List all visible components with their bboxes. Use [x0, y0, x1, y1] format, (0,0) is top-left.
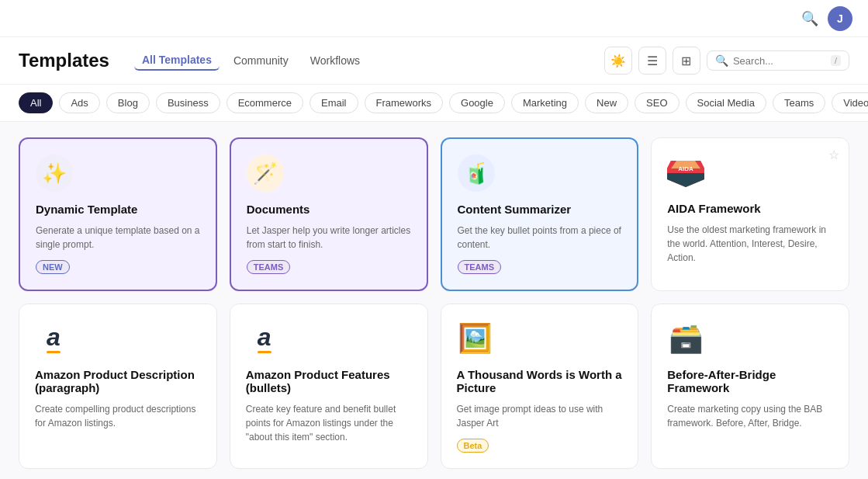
filter-business[interactable]: Business	[156, 92, 220, 113]
tab-community[interactable]: Community	[226, 50, 296, 71]
card-icon-aida: AIDA	[667, 154, 704, 191]
card-icon-amazon-features: a	[246, 320, 283, 357]
card-title-amazon-features: Amazon Product Features (bullets)	[246, 368, 412, 394]
card-aida-framework[interactable]: ☆ AIDA AIDA Framework Use the oldest mar…	[651, 137, 849, 291]
badge-new: NEW	[36, 260, 70, 274]
badge-beta: Beta	[457, 439, 489, 453]
badge-teams-docs: TEAMS	[247, 260, 291, 274]
card-amazon-product-desc[interactable]: a Amazon Product Description (paragraph)…	[19, 304, 217, 469]
filter-video[interactable]: Video	[832, 92, 868, 113]
filter-seo[interactable]: SEO	[635, 92, 679, 113]
card-desc-before-after: Create marketing copy using the BAB fram…	[667, 402, 833, 453]
card-title-content-summarizer: Content Summarizer	[458, 203, 622, 216]
filter-email[interactable]: Email	[310, 92, 358, 113]
card-desc-aida: Use the oldest marketing framework in th…	[667, 223, 833, 275]
card-desc-dynamic-template: Generate a unique template based on a si…	[36, 224, 200, 252]
svg-text:AIDA: AIDA	[678, 165, 693, 172]
card-amazon-product-features[interactable]: a Amazon Product Features (bullets) Crea…	[230, 304, 428, 469]
content-grid: ✨ Dynamic Template Generate a unique tem…	[0, 122, 868, 479]
card-desc-content-summarizer: Get the key bullet points from a piece o…	[458, 224, 622, 252]
card-before-after-bridge[interactable]: 🗃️ Before-After-Bridge Framework Create …	[651, 304, 849, 469]
filter-all[interactable]: All	[19, 92, 53, 113]
filter-marketing[interactable]: Marketing	[511, 92, 579, 113]
grid-view-button[interactable]: ⊞	[673, 47, 700, 75]
card-title-dynamic-template: Dynamic Template	[36, 203, 200, 216]
search-icon: 🔍	[715, 54, 728, 67]
filter-social-media[interactable]: Social Media	[686, 92, 766, 113]
top-bar: 🔍 J	[0, 0, 868, 37]
header-right: ☀️ ☰ ⊞ 🔍 /	[604, 47, 849, 75]
avatar[interactable]: J	[828, 6, 852, 31]
filter-frameworks[interactable]: Frameworks	[365, 92, 444, 113]
card-title-aida: AIDA Framework	[667, 202, 833, 215]
card-desc-documents: Let Jasper help you write longer article…	[247, 224, 411, 252]
card-title-documents: Documents	[247, 203, 411, 216]
card-title-thousand-words: A Thousand Words is Worth a Picture	[457, 368, 623, 394]
search-input[interactable]	[733, 55, 826, 67]
filter-new[interactable]: New	[585, 92, 628, 113]
search-shortcut: /	[831, 55, 841, 66]
card-content-summarizer[interactable]: 🧃 Content Summarizer Get the key bullet …	[441, 137, 639, 291]
header-left: Templates All Templates Community Workfl…	[19, 50, 368, 71]
page-title: Templates	[19, 50, 109, 71]
tab-workflows[interactable]: Workflows	[303, 50, 368, 71]
card-desc-thousand-words: Get image prompt ideas to use with Jaspe…	[457, 402, 623, 430]
card-icon-documents: 🪄	[247, 154, 284, 192]
header: Templates All Templates Community Workfl…	[0, 37, 868, 85]
card-icon-dynamic-template: ✨	[36, 154, 73, 192]
svg-marker-2	[667, 173, 704, 187]
theme-toggle-button[interactable]: ☀️	[604, 47, 632, 75]
card-thousand-words[interactable]: 🖼️ A Thousand Words is Worth a Picture G…	[441, 304, 639, 469]
card-title-before-after: Before-After-Bridge Framework	[667, 368, 833, 394]
badge-teams-summarizer: TEAMS	[458, 260, 502, 274]
filter-teams[interactable]: Teams	[773, 92, 825, 113]
card-desc-amazon-desc: Create compelling product descriptions f…	[35, 402, 201, 453]
top-bar-right: 🔍 J	[801, 6, 852, 31]
list-view-button[interactable]: ☰	[638, 47, 666, 75]
card-desc-amazon-features: Create key feature and benefit bullet po…	[246, 402, 412, 453]
filter-ads[interactable]: Ads	[59, 92, 99, 113]
tab-all-templates[interactable]: All Templates	[134, 50, 220, 71]
topbar-search-button[interactable]: 🔍	[801, 10, 818, 27]
card-icon-content-summarizer: 🧃	[458, 154, 495, 192]
search-box: 🔍 /	[707, 50, 849, 71]
filter-bar: All Ads Blog Business Ecommerce Email Fr…	[0, 85, 868, 122]
card-dynamic-template[interactable]: ✨ Dynamic Template Generate a unique tem…	[19, 137, 217, 291]
card-icon-before-after: 🗃️	[667, 320, 704, 357]
card-icon-thousand-words: 🖼️	[457, 320, 494, 357]
filter-ecommerce[interactable]: Ecommerce	[227, 92, 303, 113]
filter-blog[interactable]: Blog	[106, 92, 150, 113]
card-title-amazon-desc: Amazon Product Description (paragraph)	[35, 368, 201, 394]
star-button-aida[interactable]: ☆	[828, 148, 839, 162]
nav-tabs: All Templates Community Workflows	[134, 50, 368, 71]
card-icon-amazon-desc: a	[35, 320, 72, 357]
filter-google[interactable]: Google	[449, 92, 505, 113]
card-documents[interactable]: 🪄 Documents Let Jasper help you write lo…	[230, 137, 428, 291]
